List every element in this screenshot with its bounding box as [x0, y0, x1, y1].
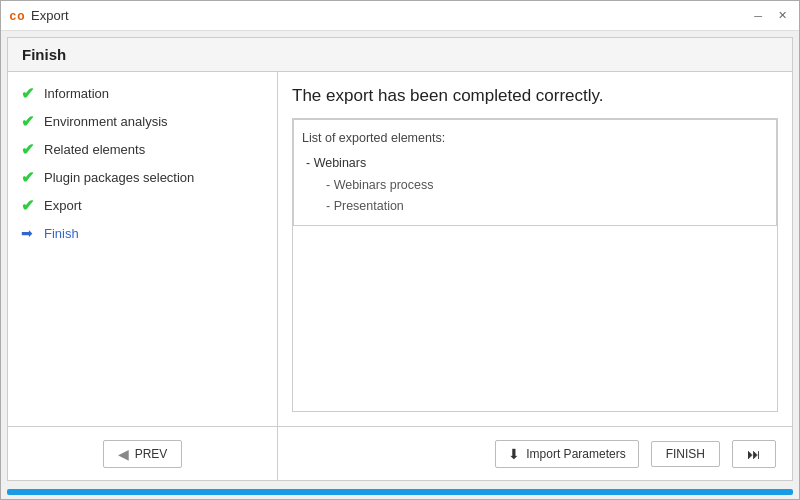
- arrow-icon-finish: ➡: [18, 224, 36, 242]
- check-icon-environment: ✔: [18, 112, 36, 130]
- minimize-button[interactable]: ─: [750, 8, 766, 24]
- title-bar: co Export ─ ✕: [1, 1, 799, 31]
- footer-right: ⬇ Import Parameters FINISH ⏭: [278, 440, 792, 468]
- end-arrow-icon: ⏭: [747, 446, 761, 462]
- export-window: co Export ─ ✕ Finish ✔ Information: [0, 0, 800, 500]
- sidebar-item-finish: ➡ Finish: [18, 224, 267, 242]
- import-parameters-button[interactable]: ⬇ Import Parameters: [495, 440, 638, 468]
- list-header: List of exported elements:: [302, 128, 768, 149]
- prev-arrow-icon: ◀: [118, 446, 129, 462]
- prev-button[interactable]: ◀ PREV: [103, 440, 183, 468]
- sidebar: ✔ Information ✔ Environment analysis ✔: [8, 72, 278, 426]
- main-content: Finish ✔ Information ✔ Environment analy…: [7, 37, 793, 481]
- step-label-environment: Environment analysis: [44, 114, 168, 129]
- next-end-button[interactable]: ⏭: [732, 440, 776, 468]
- list-item-webinars: - Webinars: [306, 153, 768, 174]
- download-icon: ⬇: [508, 446, 520, 462]
- check-icon-export: ✔: [18, 196, 36, 214]
- step-label-plugin: Plugin packages selection: [44, 170, 194, 185]
- finish-button[interactable]: FINISH: [651, 441, 720, 467]
- window-title: Export: [31, 8, 69, 23]
- sidebar-item-information: ✔ Information: [18, 84, 267, 102]
- prev-label: PREV: [135, 447, 168, 461]
- check-icon-information: ✔: [18, 84, 36, 102]
- step-label-finish: Finish: [44, 226, 79, 241]
- sidebar-item-export: ✔ Export: [18, 196, 267, 214]
- co-logo-icon: co: [9, 8, 25, 24]
- footer-left: ◀ PREV: [8, 427, 278, 480]
- sidebar-item-environment: ✔ Environment analysis: [18, 112, 267, 130]
- step-label-information: Information: [44, 86, 109, 101]
- check-icon-related: ✔: [18, 140, 36, 158]
- title-bar-left: co Export: [9, 8, 69, 24]
- footer: ◀ PREV ⬇ Import Parameters FINISH ⏭: [8, 426, 792, 480]
- check-icon-plugin: ✔: [18, 168, 36, 186]
- exported-list-box: List of exported elements: - Webinars - …: [293, 119, 777, 226]
- progress-bar: [7, 489, 793, 495]
- close-button[interactable]: ✕: [774, 7, 791, 24]
- completion-text: The export has been completed correctly.: [292, 86, 778, 106]
- main-area: ✔ Information ✔ Environment analysis ✔: [8, 72, 792, 426]
- step-label-related: Related elements: [44, 142, 145, 157]
- title-controls: ─ ✕: [750, 7, 791, 24]
- section-header: Finish: [8, 38, 792, 72]
- right-panel: The export has been completed correctly.…: [278, 72, 792, 426]
- list-item-presentation: - Presentation: [326, 196, 768, 217]
- import-label: Import Parameters: [526, 447, 625, 461]
- list-item-webinars-process: - Webinars process: [326, 175, 768, 196]
- sidebar-item-related: ✔ Related elements: [18, 140, 267, 158]
- step-label-export: Export: [44, 198, 82, 213]
- sidebar-item-plugin: ✔ Plugin packages selection: [18, 168, 267, 186]
- exported-list-wrapper: List of exported elements: - Webinars - …: [292, 118, 778, 412]
